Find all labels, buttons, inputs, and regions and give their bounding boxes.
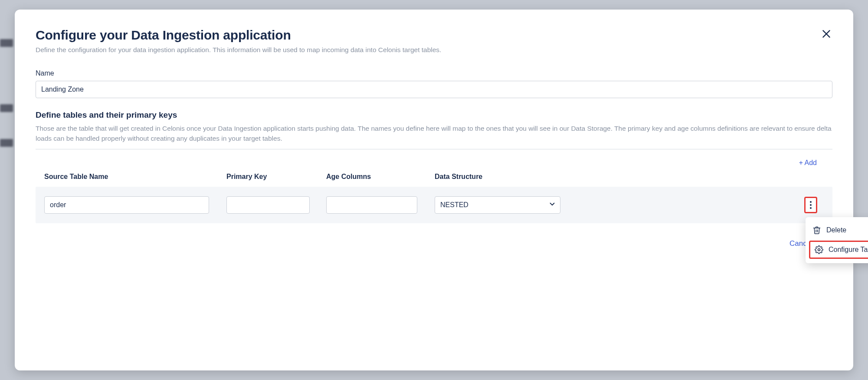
delete-menu-label: Delete [826, 226, 846, 234]
tables-table: Source Table Name Primary Key Age Column… [36, 173, 832, 223]
configure-ingestion-modal: Configure your Data Ingestion applicatio… [15, 10, 853, 370]
kebab-icon [810, 201, 812, 209]
section-divider [36, 149, 832, 149]
name-input[interactable] [36, 81, 832, 98]
modal-footer: Cancel [36, 235, 832, 252]
col-header-data-structure: Data Structure [435, 173, 798, 181]
name-field-group: Name [36, 69, 832, 98]
data-structure-select-wrap: NESTED [435, 196, 560, 214]
modal-title: Configure your Data Ingestion applicatio… [36, 28, 832, 43]
primary-key-input[interactable] [226, 196, 310, 214]
background-blur-item [0, 139, 13, 147]
add-row-bar: + Add [36, 159, 832, 167]
data-structure-select[interactable]: NESTED [435, 196, 560, 214]
tables-section-desc: Those are the table that will get create… [36, 123, 832, 144]
name-label: Name [36, 69, 832, 77]
close-icon [821, 28, 832, 40]
table-header-row: Source Table Name Primary Key Age Column… [36, 173, 832, 187]
tables-section-title: Define tables and their primary keys [36, 110, 832, 120]
modal-subtitle: Define the configuration for your data i… [36, 46, 832, 54]
svg-point-2 [818, 248, 820, 251]
modal-header: Configure your Data Ingestion applicatio… [36, 28, 832, 69]
row-actions-menu: Delete Configure Table Schema [806, 217, 868, 263]
age-columns-input[interactable] [326, 196, 417, 214]
source-table-name-input[interactable] [44, 196, 209, 214]
close-button[interactable] [819, 26, 834, 42]
col-header-source: Source Table Name [44, 173, 226, 181]
gear-icon [815, 245, 823, 254]
delete-menu-item[interactable]: Delete [806, 221, 868, 239]
background-blur-item [0, 39, 13, 47]
table-row: NESTED Delete [36, 187, 832, 223]
col-header-age-columns: Age Columns [326, 173, 435, 181]
col-header-primary-key: Primary Key [226, 173, 326, 181]
configure-menu-label: Configure Table Schema [829, 246, 868, 254]
trash-icon [812, 226, 821, 235]
row-actions-button[interactable]: Delete Configure Table Schema [804, 197, 817, 213]
background-blur-item [0, 104, 13, 112]
configure-table-schema-menu-item[interactable]: Configure Table Schema [809, 241, 868, 259]
add-table-button[interactable]: + Add [799, 159, 817, 167]
